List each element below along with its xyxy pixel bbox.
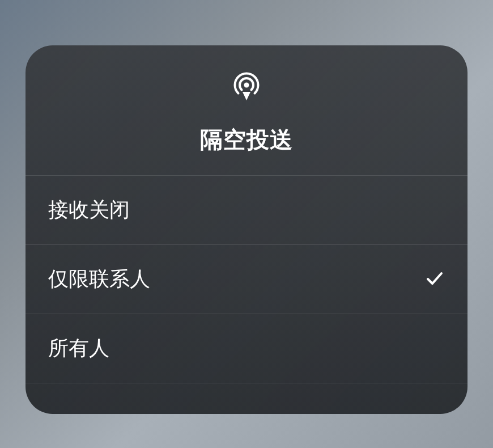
panel-header: 隔空投送: [26, 45, 468, 176]
airdrop-panel: 隔空投送 接收关闭 仅限联系人 所有人: [26, 45, 468, 414]
panel-title: 隔空投送: [200, 124, 293, 155]
option-label: 接收关闭: [48, 196, 130, 224]
option-receiving-off[interactable]: 接收关闭: [26, 176, 468, 245]
airdrop-icon: [230, 68, 264, 104]
option-label: 所有人: [48, 335, 109, 362]
option-everyone[interactable]: 所有人: [26, 314, 468, 383]
option-label: 仅限联系人: [48, 265, 150, 293]
option-contacts-only[interactable]: 仅限联系人: [26, 245, 468, 314]
checkmark-icon: [424, 268, 445, 291]
options-list: 接收关闭 仅限联系人 所有人: [26, 176, 468, 414]
svg-point-0: [244, 83, 249, 88]
